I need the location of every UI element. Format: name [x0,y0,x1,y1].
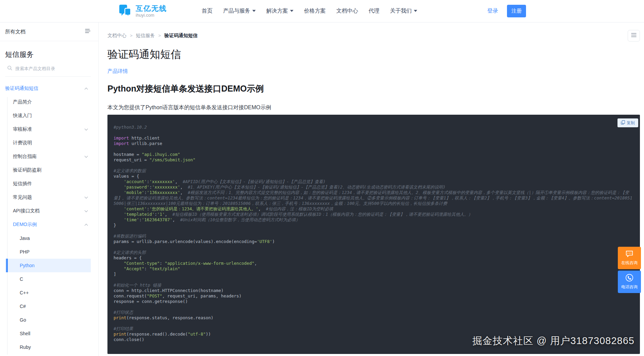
sidebar-item-go[interactable]: Go [5,313,91,327]
sidebar-item-0[interactable]: 验证码通知短信 [5,82,91,95]
register-button[interactable]: 注册 [507,5,526,17]
sidebar-item-label: 快速入门 [13,113,32,119]
nav-item-4[interactable]: 文档中心 [336,7,358,15]
sidebar-item-label: 验证码防盗刷 [13,167,41,173]
sidebar-item-php[interactable]: PHP [5,245,91,259]
breadcrumb-item-1[interactable]: 短信服务 [136,33,155,39]
main-nav: 首页产品与服务解决方案价格方案文档中心代理关于我们 [202,7,417,15]
code-token [114,321,116,326]
breadcrumb-row: 文档中心>短信服务>验证码通知短信 [107,30,640,42]
sidebar-item-3[interactable]: 审核标准 [5,123,91,136]
nav-item-0[interactable]: 首页 [202,7,213,15]
code-token: 'xxxxxxxxx' [152,184,180,190]
chevron-down-icon [85,195,88,198]
phone-consult-button[interactable]: 电话咨询 [618,271,641,293]
toc-menu-button[interactable] [628,30,640,42]
nav-item-5[interactable]: 代理 [369,7,379,15]
code-token: '1623643787' [142,217,172,222]
sidebar-item-2[interactable]: 快速入门 [5,109,91,123]
phone-consult-label: 电话咨询 [621,284,638,290]
online-consult-button[interactable]: 在线咨询 [618,247,641,269]
sidebar-tree: 验证码通知短信产品简介快速入门审核标准计费说明控制台指南验证码防盗刷短信插件常见… [0,82,98,354]
sidebar-item-python[interactable]: Python [5,259,91,272]
code-line [114,304,634,310]
sidebar-item-label: 审核标准 [13,126,32,132]
login-link[interactable]: 登录 [487,7,498,15]
product-detail-link[interactable]: 产品详情 [107,68,128,75]
sidebar-item-label: 验证码通知短信 [5,85,38,92]
sidebar-item-c[interactable]: C [5,272,91,286]
sidebar-item-6[interactable]: 验证码防盗刷 [5,163,91,177]
sidebar-item-label: 控制台指南 [13,153,37,160]
code-token: import [114,135,129,141]
code-line: hostname = "api.ihuyi.com" [114,152,634,157]
demo-heading: Python对接短信单条发送接口DEMO示例 [107,83,640,94]
all-docs-link[interactable]: 所有文档 [5,29,26,35]
code-token [114,146,116,151]
code-line: conn.close() [114,337,634,342]
sidebar-item-7[interactable]: 短信插件 [5,177,91,191]
sidebar-item-10[interactable]: DEMO示例 [5,218,91,231]
code-content: #python3.10.2 import http.clientimport u… [107,115,640,342]
sidebar-item-5[interactable]: 控制台指南 [5,150,91,163]
sidebar-search[interactable] [5,65,91,77]
sidebar-item-label: C# [20,304,26,309]
caret-down-icon [290,10,293,12]
page-title: 验证码通知短信 [107,48,640,61]
sidebar-item-ruby[interactable]: Ruby [5,340,91,354]
code-line: import http.client [114,135,634,141]
code-token: : [159,261,165,266]
code-token: "Accept" [124,266,144,271]
product-title: 短信服务 [5,50,98,59]
code-line: 'time':'1623643787', #Unix时间戳（10位整型数字，当使… [114,217,634,223]
breadcrumb-item-2: 验证码通知短信 [164,33,198,39]
code-line: 'templateid':'1', #短信模板ID（使用模板变量方式发送时必填）… [114,212,634,217]
sidebar-item-label: API接口文档 [13,208,40,214]
sidebar-item-csharp[interactable]: C# [5,300,91,313]
code-token: , request_uri, params, headers) [162,293,241,298]
code-token: } [114,223,116,228]
sidebar-item-java[interactable]: Java [5,231,91,245]
code-line [114,146,634,152]
code-token: , [180,190,188,195]
sidebar-item-4[interactable]: 计费说明 [5,136,91,150]
code-token: conn.close() [114,337,144,342]
nav-item-3[interactable]: 价格方案 [304,7,326,15]
sidebar-item-label: PHP [20,249,30,255]
nav-item-label: 文档中心 [336,8,358,14]
nav-right: 登录 注册 [487,5,526,17]
logo[interactable]: 互亿无线 ihuyi.com [118,3,167,19]
code-token [114,179,124,184]
code-token: #1、APIKEY(用户中心【文本短信】-【验证码/通知短信】-【产品总览】查看… [188,184,445,190]
code-token [114,217,124,222]
list-icon[interactable] [85,29,90,35]
code-token: #定义请求的头部 [114,250,146,255]
sidebar-item-cpp[interactable]: C++ [5,286,91,300]
sidebar-item-label: C [20,276,23,282]
code-token: '136xxxxxxxx' [147,190,180,195]
code-token: http.client [129,135,159,141]
nav-item-1[interactable]: 产品与服务 [223,7,256,15]
code-token: #打印状态 [114,310,133,315]
sidebar-item-label: Java [20,236,30,241]
code-token: , [172,217,180,222]
sidebar-item-9[interactable]: API接口文档 [5,204,91,218]
nav-item-2[interactable]: 解决方案 [266,7,293,15]
code-token: (response.status, response.reason) [126,315,214,320]
search-input[interactable] [15,66,77,71]
code-token: , [175,179,183,184]
breadcrumb-item-0[interactable]: 文档中心 [107,33,126,39]
code-token: headers = { [114,255,142,260]
sidebar-item-label: Shell [20,331,30,336]
sidebar-item-8[interactable]: 常见问题 [5,191,91,204]
sidebar-item-shell[interactable]: Shell [5,327,91,340]
code-token: urllib.parse [129,141,162,146]
code-token: #将数据进行编码 [114,233,146,239]
nav-item-6[interactable]: 关于我们 [390,7,417,15]
sidebar-item-label: 常见问题 [13,194,32,200]
code-line: 'account':'xxxxxxxx', #APIID(用户中心【文本短信】-… [114,179,634,184]
sidebar-item-1[interactable]: 产品简介 [5,95,91,109]
code-line: print(response.status, response.reason) [114,315,634,321]
copy-button[interactable]: 复制 [617,118,638,127]
code-token: #定义请求的数据 [114,168,146,173]
